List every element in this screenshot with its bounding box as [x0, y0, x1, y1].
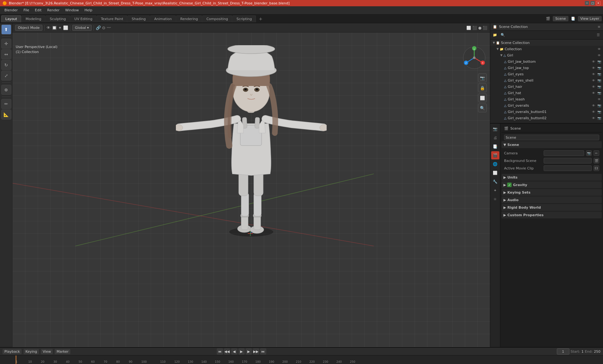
- menu-window[interactable]: Window: [63, 8, 81, 13]
- scene-props-button[interactable]: 🎬: [491, 151, 499, 159]
- outliner-item-girl-eyes[interactable]: △ Girl_eyes 👁 📷: [490, 71, 603, 77]
- outliner-item-girl[interactable]: ▼ △ Girl 👁: [490, 52, 603, 58]
- timeline-ruler[interactable]: 1 10 20 30 40 50 60 70 80 90 100 110 120…: [0, 356, 603, 364]
- tab-shading[interactable]: Shading: [128, 15, 150, 22]
- hat-render[interactable]: 📷: [597, 90, 602, 95]
- rotate-tool-button[interactable]: ↻: [1, 60, 11, 70]
- jaw-top-render[interactable]: 📷: [597, 65, 602, 70]
- marker-button[interactable]: Marker: [55, 349, 70, 354]
- scene-selector[interactable]: Scene: [553, 16, 568, 21]
- movie-clip-picker-btn[interactable]: 🎞: [594, 165, 599, 171]
- outliner-item-girl-jaw-bottom[interactable]: △ Girl_Jaw_bottom 👁 📷: [490, 58, 603, 65]
- eyes-shell-vis[interactable]: 👁: [591, 78, 596, 83]
- annotate-tool-button[interactable]: ✏: [1, 99, 11, 109]
- outliner-item-girl-overalls[interactable]: △ Girl_overalls 👁 📷: [490, 102, 603, 109]
- bg-scene-picker-btn[interactable]: 🎬: [594, 158, 599, 163]
- outliner-item-girl-shirt[interactable]: △ Girl_shirt 👁 📷: [490, 121, 603, 123]
- go-end-button[interactable]: ⏭: [260, 348, 266, 355]
- camera-view-button[interactable]: 📷: [478, 73, 487, 82]
- outliner-item-girl-hat[interactable]: △ Girl_hat 👁 📷: [490, 90, 603, 96]
- eyes-render[interactable]: 📷: [597, 72, 602, 77]
- visibility-btn[interactable]: 👁: [597, 46, 602, 51]
- tab-animation[interactable]: Animation: [150, 15, 176, 22]
- keying-button[interactable]: Keying: [24, 349, 39, 354]
- overalls-vis[interactable]: 👁: [591, 103, 596, 108]
- outliner-item-girl-leash[interactable]: △ Girl_leash 👁: [490, 96, 603, 102]
- search-button[interactable]: 🔍: [478, 104, 487, 112]
- btn02-vis[interactable]: 👁: [591, 115, 596, 120]
- jaw-top-vis[interactable]: 👁: [591, 65, 596, 70]
- menu-help[interactable]: Help: [82, 8, 95, 13]
- add-workspace-button[interactable]: +: [256, 15, 265, 23]
- outliner-display-mode[interactable]: ☰: [595, 32, 602, 39]
- tab-texture-paint[interactable]: Texture Paint: [97, 15, 127, 22]
- gravity-checkbox[interactable]: ✓: [507, 183, 512, 187]
- next-keyframe-button[interactable]: ▶▶: [253, 348, 259, 355]
- scene-name-value[interactable]: Scene: [504, 135, 599, 140]
- audio-section-header[interactable]: ▶ Audio: [502, 196, 602, 203]
- gravity-section-header[interactable]: ▶ ✓ Gravity: [502, 181, 602, 188]
- physics-props-button[interactable]: ⚛: [491, 195, 499, 203]
- shirt-vis[interactable]: 👁: [591, 122, 596, 123]
- tab-compositing[interactable]: Compositing: [202, 15, 232, 22]
- output-props-button[interactable]: 🖨: [491, 134, 499, 142]
- btn01-render[interactable]: 📷: [597, 109, 602, 114]
- minimize-button[interactable]: ─: [585, 1, 589, 5]
- hair-render[interactable]: 📷: [597, 84, 602, 89]
- close-button[interactable]: ✕: [596, 1, 600, 5]
- outliner-item-collection[interactable]: ▼ 📁 Collection 👁: [490, 46, 603, 52]
- outliner-item-girl-overalls-btn01[interactable]: △ Girl_overalls_button01 👁 📷: [490, 109, 603, 115]
- outliner-item-girl-eyes-shell[interactable]: △ Girl_eyes_shell 👁 📷: [490, 77, 603, 83]
- outliner-item-girl-jaw-top[interactable]: △ Girl_Jaw_top 👁 📷: [490, 65, 603, 71]
- prev-keyframe-button[interactable]: ◀◀: [224, 348, 230, 355]
- next-frame-button[interactable]: ▶: [246, 348, 252, 355]
- current-frame-input[interactable]: 1: [557, 348, 569, 355]
- global-local-selector[interactable]: Global ▾: [72, 25, 92, 31]
- scene-section-header[interactable]: ▼ Scene: [502, 141, 602, 148]
- jaw-bottom-render[interactable]: 📷: [597, 59, 602, 64]
- tab-sculpting[interactable]: Sculpting: [46, 15, 70, 22]
- tab-scripting[interactable]: Scripting: [232, 15, 256, 22]
- object-props-button[interactable]: ⬜: [491, 169, 499, 177]
- girl-visibility[interactable]: 👁: [597, 53, 602, 58]
- view-button[interactable]: View: [41, 349, 53, 354]
- filter-icon[interactable]: ≡: [598, 25, 600, 29]
- play-button[interactable]: ▶: [238, 348, 245, 355]
- custom-props-section-header[interactable]: ▶ Custom Properties: [502, 211, 602, 218]
- move-tool-button[interactable]: ↔: [1, 49, 11, 59]
- eyes-vis[interactable]: 👁: [591, 72, 596, 77]
- measure-tool-button[interactable]: 📐: [1, 110, 11, 120]
- viewport[interactable]: Object Mode 👁 🔲 ✦ ⬜ Global ▾ 🔗 ⊙ 〰 ⬜ ⬛ ●…: [13, 23, 490, 347]
- btn01-vis[interactable]: 👁: [591, 109, 596, 114]
- view-layer-props-button[interactable]: 📑: [491, 142, 499, 151]
- tab-uv-editing[interactable]: UV Editing: [70, 15, 96, 22]
- playback-button[interactable]: Playback: [3, 349, 22, 354]
- world-props-button[interactable]: 🌐: [491, 160, 499, 168]
- modifier-props-button[interactable]: 🔧: [491, 178, 499, 186]
- camera-edit-btn[interactable]: ✏: [594, 150, 599, 156]
- tab-rendering[interactable]: Rendering: [176, 15, 202, 22]
- lock-camera-button[interactable]: 🔒: [478, 83, 487, 92]
- eyes-shell-render[interactable]: 📷: [597, 78, 602, 83]
- keying-sets-section-header[interactable]: ▶ Keying Sets: [502, 189, 602, 196]
- camera-picker-btn[interactable]: 📷: [586, 150, 592, 156]
- bg-scene-value[interactable]: [544, 158, 592, 163]
- menu-render[interactable]: Render: [45, 8, 62, 13]
- tab-layout[interactable]: Layout: [1, 15, 21, 22]
- cursor-tool-button[interactable]: ✛: [1, 39, 11, 49]
- leash-vis[interactable]: 👁: [597, 97, 602, 102]
- prev-frame-button[interactable]: ◀: [231, 348, 237, 355]
- jaw-bottom-vis[interactable]: 👁: [591, 59, 596, 64]
- end-value[interactable]: 250: [594, 350, 600, 354]
- outliner-item-girl-hair[interactable]: △ Girl_hair 👁 📷: [490, 83, 603, 90]
- object-mode-selector[interactable]: Object Mode: [15, 25, 42, 31]
- particles-props-button[interactable]: ✦: [491, 186, 499, 195]
- shirt-render[interactable]: 📷: [597, 122, 602, 123]
- transform-tool-button[interactable]: ⊕: [1, 85, 11, 95]
- outliner-filter-button[interactable]: 🔍: [499, 32, 506, 39]
- outliner-scene-collection[interactable]: ▼ 📋 Scene Collection: [490, 40, 603, 46]
- menu-file[interactable]: File: [21, 8, 32, 13]
- overalls-render[interactable]: 📷: [597, 103, 602, 108]
- movie-clip-value[interactable]: [544, 165, 592, 171]
- view-layer-selector[interactable]: View Layer: [578, 16, 602, 21]
